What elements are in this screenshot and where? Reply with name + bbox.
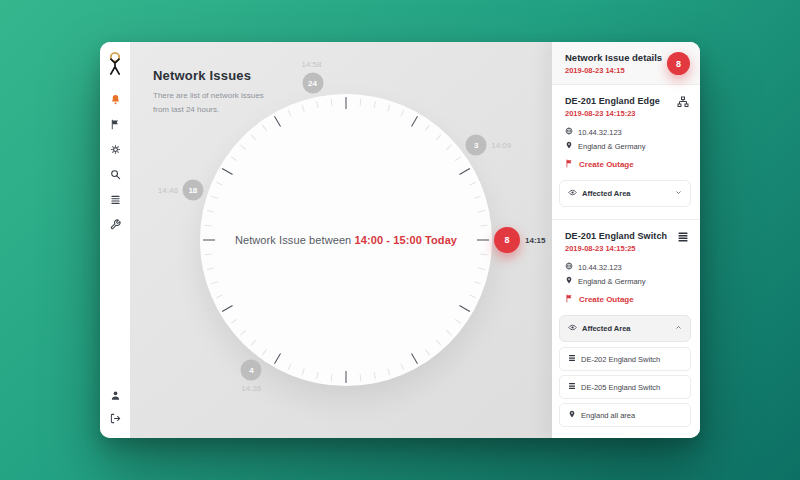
clock-tick <box>205 225 212 227</box>
clock-tick <box>474 196 481 199</box>
clock-tick <box>251 340 256 346</box>
panel-date: 2019-08-23 14:15 <box>565 66 662 75</box>
issue-count-badge: 8 <box>667 52 690 75</box>
bubble-count[interactable]: 4 <box>241 360 262 381</box>
clock-tick <box>374 101 376 108</box>
issue-card-edge: DE-201 England Edge 2019-08-23 14:15:23 … <box>552 85 700 220</box>
clock-tick <box>216 294 223 298</box>
clock-tick <box>459 305 470 312</box>
gear-icon[interactable] <box>108 143 122 156</box>
clock-face: Network Issue between 14:00 - 15:00 Toda… <box>200 94 492 386</box>
switch-icon <box>568 354 576 364</box>
sitemap-icon <box>677 96 689 108</box>
create-outage-button[interactable]: Create Outage <box>565 159 691 170</box>
logout-icon[interactable] <box>108 412 122 425</box>
clock-center-prefix: Network Issue between <box>235 234 355 246</box>
clock-tick <box>288 363 292 370</box>
juggler-logo-icon[interactable] <box>104 51 126 77</box>
clock-tick <box>216 182 223 186</box>
clock-tick <box>211 281 218 284</box>
affected-item-label: England all area <box>581 411 635 420</box>
create-outage-button[interactable]: Create Outage <box>565 294 691 305</box>
ip-row: 10.44.32.123 <box>565 262 691 272</box>
card-date: 2019-08-23 14:15:25 <box>565 244 667 253</box>
affected-item[interactable]: DE-205 England Switch <box>559 375 691 399</box>
clock-tick <box>480 254 487 256</box>
clock-tick <box>274 116 281 127</box>
create-outage-label: Create Outage <box>579 160 634 169</box>
globe-icon <box>565 127 573 137</box>
switch-icon <box>568 382 576 392</box>
card-title: DE-201 England Edge <box>565 96 660 106</box>
affected-area-toggle[interactable]: Affected Area <box>559 315 691 342</box>
location-row: England & Germany <box>565 276 691 286</box>
sidebar-nav <box>108 93 122 231</box>
clock-tick <box>316 372 318 379</box>
search-icon[interactable] <box>108 168 122 181</box>
affected-area-list: DE-202 England Switch DE-205 England Swi… <box>559 347 691 427</box>
affected-item[interactable]: England all area <box>559 403 691 427</box>
issue-card-switch: DE-201 England Switch 2019-08-23 14:15:2… <box>552 220 700 438</box>
clock-tick <box>288 110 292 117</box>
bubble-count[interactable]: 24 <box>302 72 323 93</box>
clock-tick <box>446 145 452 150</box>
eye-icon <box>568 323 577 334</box>
bubble-time-label: 14:48 <box>158 186 178 195</box>
red-flag-icon <box>565 159 574 170</box>
main-area: Network Issues There are list of network… <box>130 42 552 438</box>
user-icon[interactable] <box>108 389 122 402</box>
bubble-time-label: 14:58 <box>301 60 321 69</box>
clock-tick <box>400 110 404 117</box>
clock-tick <box>240 145 246 150</box>
ip-value: 10.44.32.123 <box>578 263 622 272</box>
clock-tick <box>262 349 267 355</box>
affected-area-toggle[interactable]: Affected Area <box>559 180 691 207</box>
flag-icon[interactable] <box>108 118 122 131</box>
chevron-up-icon <box>675 324 682 333</box>
bubble-count[interactable]: 18 <box>182 180 203 201</box>
wrench-icon[interactable] <box>108 218 122 231</box>
clock-tick <box>477 240 489 241</box>
clock-tick <box>480 225 487 227</box>
clock-tick <box>400 363 404 370</box>
card-date: 2019-08-23 14:15:23 <box>565 109 660 118</box>
pin-icon <box>565 141 573 151</box>
clock-tick <box>240 330 246 335</box>
affected-item[interactable]: DE-202 England Switch <box>559 347 691 371</box>
bell-icon[interactable] <box>108 93 122 106</box>
pin-icon <box>565 276 573 286</box>
clock-center-highlight: 14:00 - 15:00 Today <box>355 234 458 246</box>
clock-tick <box>436 340 441 346</box>
clock-tick <box>222 168 233 175</box>
clock-tick <box>474 281 481 284</box>
bubble-time-label: 14:09 <box>491 141 511 150</box>
clock-tick <box>469 182 476 186</box>
clock-tick <box>207 268 214 270</box>
sidebar-bottom <box>108 389 122 425</box>
chevron-down-icon <box>675 189 682 198</box>
page-subtitle: There are list of network issues from la… <box>153 89 264 118</box>
bubble-time-label: 14:36 <box>241 384 261 393</box>
affected-item-label: DE-202 England Switch <box>581 355 660 364</box>
clock-tick <box>331 99 333 106</box>
bubble-count[interactable]: 8 <box>494 227 520 253</box>
clock-tick <box>251 134 256 140</box>
affected-area-label: Affected Area <box>582 189 631 198</box>
eye-icon <box>568 188 577 199</box>
clock-center-text: Network Issue between 14:00 - 15:00 Toda… <box>200 234 492 246</box>
clock-tick <box>374 372 376 379</box>
menu-icon[interactable] <box>108 193 122 206</box>
clock-tick <box>346 371 347 383</box>
bubble-count[interactable]: 3 <box>466 135 487 156</box>
card-title: DE-201 England Switch <box>565 231 667 241</box>
clock-tick <box>262 125 267 131</box>
clock-tick <box>387 105 390 112</box>
clock-tick <box>211 196 218 199</box>
clock-tick <box>207 210 214 212</box>
clock-tick <box>411 116 418 127</box>
panel-header: Network Issue details 2019-08-23 14:15 8 <box>552 42 700 85</box>
clock-tick <box>203 240 215 241</box>
clock-tick <box>469 294 476 298</box>
red-flag-icon <box>565 294 574 305</box>
clock-tick <box>346 97 347 109</box>
